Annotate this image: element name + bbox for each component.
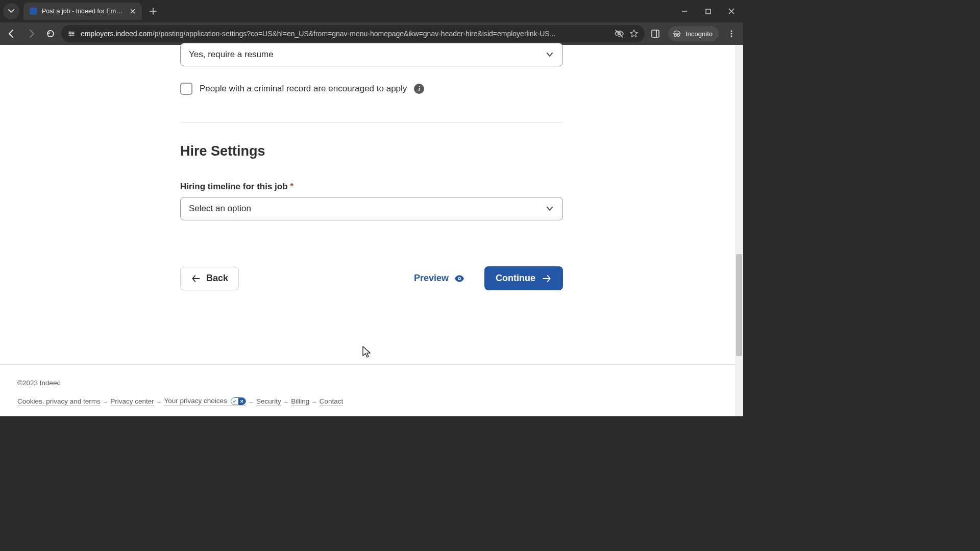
criminal-record-label: People with a criminal record are encour… (200, 84, 407, 94)
window-controls (673, 0, 743, 22)
browser-titlebar: Post a job - Indeed for Employe (0, 0, 743, 22)
page-viewport: Yes, require a resume People with a crim… (0, 45, 743, 416)
svg-rect-5 (652, 30, 659, 37)
info-icon[interactable]: i (414, 84, 424, 94)
criminal-record-checkbox[interactable] (180, 83, 192, 95)
bookmark-star-icon[interactable] (629, 29, 639, 38)
hire-settings-heading: Hire Settings (180, 143, 563, 159)
window-close-button[interactable] (720, 0, 743, 22)
address-bar-text: employers.indeed.com/p/posting/applicati… (81, 30, 609, 38)
footer-link-your-choices[interactable]: Your privacy choices ✓✕ (164, 397, 246, 406)
svg-point-10 (731, 36, 732, 37)
chevron-down-icon (545, 204, 554, 213)
browser-toolbar: employers.indeed.com/p/posting/applicati… (0, 22, 743, 45)
tab-title: Post a job - Indeed for Employe (42, 8, 124, 15)
arrow-left-icon (7, 29, 16, 38)
close-icon (728, 8, 734, 14)
back-button[interactable]: Back (180, 267, 239, 290)
continue-button-label: Continue (496, 273, 535, 284)
browser-menu-button[interactable] (723, 25, 740, 42)
panel-icon (651, 29, 660, 38)
window-minimize-button[interactable] (673, 0, 696, 22)
svg-rect-0 (706, 9, 710, 14)
svg-point-9 (731, 33, 732, 35)
chevron-down-icon (545, 50, 554, 59)
resume-requirement-select[interactable]: Yes, require a resume (180, 43, 563, 66)
new-tab-button[interactable] (146, 4, 160, 18)
svg-point-1 (69, 32, 71, 33)
privacy-choices-icon: ✓✕ (231, 397, 246, 405)
svg-point-12 (459, 278, 460, 279)
section-divider (180, 122, 563, 123)
maximize-icon (705, 9, 711, 14)
close-icon (130, 9, 135, 14)
footer-links: Cookies, privacy and terms – Privacy cen… (17, 397, 718, 406)
reload-icon (46, 29, 55, 38)
hiring-timeline-label: Hiring timeline for this job * (180, 182, 563, 192)
tab-search-button[interactable] (3, 3, 19, 19)
svg-point-3 (70, 35, 71, 36)
footer-link-privacy-center[interactable]: Privacy center (110, 397, 154, 406)
eye-icon (454, 273, 465, 284)
plus-icon (150, 8, 157, 15)
chevron-down-icon (8, 8, 14, 14)
scrollbar-thumb[interactable] (736, 254, 742, 356)
tab-close-button[interactable] (129, 7, 137, 15)
window-maximize-button[interactable] (696, 0, 720, 22)
browser-tab-active[interactable]: Post a job - Indeed for Employe (23, 3, 142, 20)
mouse-cursor (362, 346, 372, 359)
arrow-right-icon (27, 29, 36, 38)
arrow-left-icon (191, 273, 201, 284)
vertical-scrollbar[interactable] (735, 45, 743, 416)
footer-link-billing[interactable]: Billing (291, 397, 309, 406)
form-buttons: Back Preview Continue (180, 266, 563, 290)
footer-link-security[interactable]: Security (256, 397, 281, 406)
footer-copyright: ©2023 Indeed (17, 379, 718, 387)
tab-favicon (30, 8, 37, 15)
continue-button[interactable]: Continue (484, 266, 563, 290)
resume-select-value: Yes, require a resume (189, 49, 274, 60)
hiring-timeline-select[interactable]: Select an option (180, 197, 563, 220)
incognito-indicator[interactable]: Incognito (668, 26, 719, 41)
preview-button-label: Preview (414, 273, 449, 284)
nav-forward-button[interactable] (22, 25, 40, 42)
hiring-timeline-value: Select an option (189, 204, 251, 214)
incognito-label: Incognito (685, 30, 713, 38)
arrow-right-icon (542, 273, 552, 284)
minimize-icon (681, 8, 688, 14)
page-footer: ©2023 Indeed Cookies, privacy and terms … (0, 364, 735, 416)
footer-link-contact[interactable]: Contact (320, 397, 344, 406)
svg-point-7 (677, 34, 680, 37)
eye-off-icon[interactable] (614, 29, 624, 39)
kebab-icon (727, 30, 736, 38)
preview-button[interactable]: Preview (404, 273, 475, 284)
svg-point-6 (674, 34, 677, 37)
back-button-label: Back (206, 273, 228, 284)
address-bar[interactable]: employers.indeed.com/p/posting/applicati… (61, 25, 645, 42)
svg-point-2 (72, 33, 74, 35)
nav-reload-button[interactable] (42, 25, 59, 42)
site-settings-icon[interactable] (67, 30, 76, 38)
required-star: * (290, 182, 293, 191)
side-panel-button[interactable] (647, 25, 664, 42)
criminal-record-row: People with a criminal record are encour… (180, 83, 563, 95)
nav-back-button[interactable] (3, 25, 20, 42)
incognito-icon (672, 29, 681, 38)
form-content: Yes, require a resume People with a crim… (180, 43, 563, 290)
svg-point-8 (731, 31, 732, 32)
footer-link-cookies[interactable]: Cookies, privacy and terms (17, 397, 101, 406)
